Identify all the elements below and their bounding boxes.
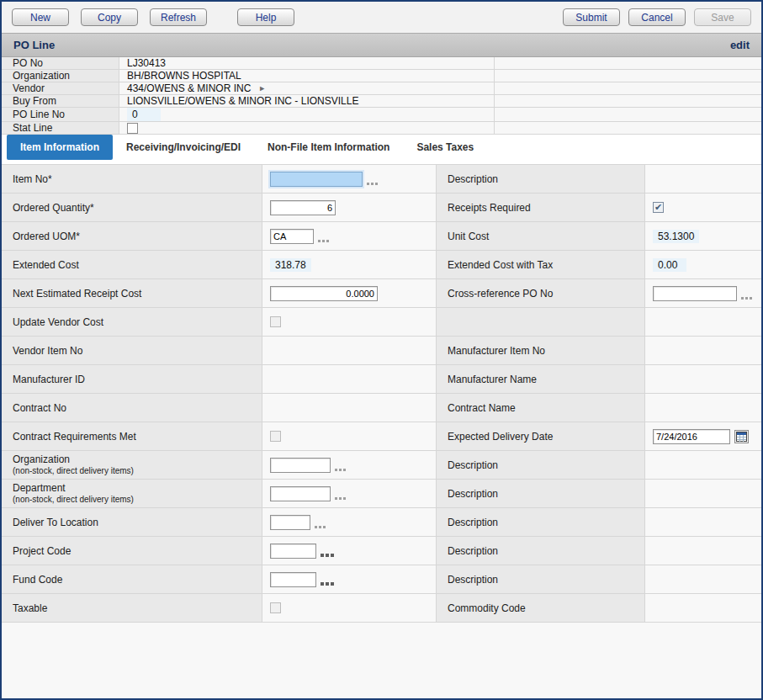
- form-row: Ordered UOM*Unit Cost53.1300: [2, 222, 761, 251]
- lookup-dots-icon[interactable]: [367, 183, 378, 185]
- extended-cost-value: 318.78: [270, 258, 311, 272]
- buy-from-value: LIONSVILLE/OWENS & MINOR INC - LIONSVILL…: [127, 95, 358, 107]
- calendar-icon[interactable]: [734, 430, 749, 443]
- commodity-code-field: [645, 594, 761, 622]
- lookup-dots-icon[interactable]: [335, 497, 346, 500]
- summary-row: Stat Line: [2, 122, 761, 135]
- manufacturer-item-no-field: [645, 337, 761, 364]
- ordered-uom-input[interactable]: [270, 229, 314, 244]
- description-label: Description: [437, 537, 645, 565]
- ordered-uom-input-group: [270, 229, 329, 244]
- cross-reference-po-no-field: [645, 279, 761, 307]
- lookup-dots-icon[interactable]: [321, 582, 334, 586]
- item-no-input-group: [270, 172, 378, 187]
- po-no-value: LJ30413: [127, 57, 166, 69]
- copy-button[interactable]: Copy: [81, 8, 138, 26]
- project-code-input[interactable]: [270, 544, 316, 559]
- form-row: Deliver To LocationDescription: [2, 508, 761, 537]
- organization-input-group: [270, 458, 346, 473]
- taxable-label: Taxable: [2, 594, 262, 622]
- toolbar: NewCopyRefreshHelp SubmitCancelSave: [2, 2, 761, 33]
- ordered-quantity-field: [262, 194, 437, 221]
- form-row: Contract Requirements MetExpected Delive…: [2, 422, 761, 451]
- update-vendor-cost-label: Update Vendor Cost: [2, 308, 262, 336]
- organization-label: Organization: [2, 70, 119, 82]
- stat-line-label: Stat Line: [2, 122, 119, 134]
- expected-delivery-date-label: Expected Delivery Date: [437, 422, 645, 450]
- form-row: Fund CodeDescription: [2, 565, 761, 594]
- contract-no-label: Contract No: [2, 394, 262, 422]
- deliver-to-location-input-group: [270, 515, 326, 530]
- cross-reference-po-no-input-group: [653, 286, 752, 301]
- lookup-dots-icon[interactable]: [741, 297, 752, 300]
- tab-sales-taxes[interactable]: Sales Taxes: [403, 135, 487, 160]
- update-vendor-cost-field: [262, 308, 437, 336]
- organization-value: BH/BROWNS HOSPITAL: [127, 70, 241, 82]
- cross-reference-po-no-input[interactable]: [653, 286, 737, 301]
- department-label-sub: (non-stock, direct delivery items): [13, 494, 134, 505]
- department-input[interactable]: [270, 486, 331, 501]
- stat-line-checkbox[interactable]: [127, 123, 138, 134]
- item-no-label: Item No*: [2, 165, 262, 193]
- summary-row-spacer: [495, 57, 761, 69]
- expected-delivery-date-field: [645, 422, 761, 450]
- manufacturer-name-field: [645, 365, 761, 393]
- contract-no-field: [262, 394, 437, 422]
- tab-item-information[interactable]: Item Information: [7, 135, 113, 160]
- submit-button[interactable]: Submit: [563, 8, 620, 26]
- lookup-dots-icon[interactable]: [318, 240, 329, 242]
- deliver-to-location-input[interactable]: [270, 515, 310, 530]
- ordered-quantity-input[interactable]: [270, 200, 336, 215]
- next-estimated-receipt-cost-input[interactable]: [270, 286, 378, 301]
- form-row: Department(non-stock, direct delivery it…: [2, 480, 761, 508]
- extended-cost-field: 318.78: [262, 251, 437, 278]
- form-row: Organization(non-stock, direct delivery …: [2, 451, 761, 480]
- expected-delivery-date-input[interactable]: [653, 429, 730, 444]
- item-no-input[interactable]: [270, 172, 363, 187]
- po-summary: PO NoLJ30413OrganizationBH/BROWNS HOSPIT…: [2, 57, 761, 135]
- ordered-uom-label: Ordered UOM*: [2, 222, 262, 250]
- description-field: [645, 451, 761, 479]
- unit-cost-field: 53.1300: [645, 222, 761, 250]
- vendor-drill-right-icon[interactable]: ►: [258, 84, 266, 93]
- form-row: Vendor Item NoManufacturer Item No: [2, 337, 761, 365]
- cancel-button[interactable]: Cancel: [628, 8, 686, 26]
- ordered-uom-field: [262, 222, 437, 250]
- fund-code-input[interactable]: [270, 572, 316, 587]
- stat-line-field: [119, 122, 495, 134]
- lookup-dots-icon[interactable]: [335, 469, 346, 471]
- po-no-label: PO No: [2, 57, 119, 69]
- refresh-button[interactable]: Refresh: [150, 8, 207, 26]
- description-field: [645, 165, 761, 193]
- item-no-field: [262, 165, 437, 193]
- summary-row: Vendor434/OWENS & MINOR INC►: [2, 82, 761, 95]
- summary-row-spacer: [495, 82, 761, 94]
- organization-label: Organization(non-stock, direct delivery …: [2, 451, 262, 479]
- buy-from-field: LIONSVILLE/OWENS & MINOR INC - LIONSVILL…: [119, 95, 495, 107]
- summary-row-spacer: [495, 70, 761, 82]
- lookup-dots-icon[interactable]: [315, 526, 326, 528]
- description-label: Description: [437, 480, 645, 507]
- item-information-form: Item No*DescriptionOrdered Quantity*Rece…: [2, 164, 761, 698]
- organization-input[interactable]: [270, 458, 331, 473]
- help-button[interactable]: Help: [237, 8, 294, 26]
- edit-link[interactable]: edit: [730, 39, 750, 51]
- po-line-window: NewCopyRefreshHelp SubmitCancelSave PO L…: [0, 0, 763, 700]
- contract-requirements-met-checkbox: [270, 431, 281, 442]
- form-row: Update Vendor Cost: [2, 308, 761, 337]
- tab-receiving-invoicing-edi[interactable]: Receiving/Invoicing/EDI: [113, 135, 254, 160]
- lookup-dots-icon[interactable]: [321, 554, 334, 557]
- cross-reference-po-no-label: Cross-reference PO No: [437, 279, 645, 307]
- tab-non-file-item-information[interactable]: Non-File Item Information: [254, 135, 403, 160]
- update-vendor-cost-checkbox: [270, 316, 281, 327]
- department-label: Department(non-stock, direct delivery it…: [2, 480, 262, 507]
- next-estimated-receipt-cost-field: [262, 279, 437, 307]
- form-row: Extended Cost318.78Extended Cost with Ta…: [2, 251, 761, 279]
- tab-bar: Item InformationReceiving/Invoicing/EDIN…: [2, 135, 761, 164]
- po-line-no-field: 0: [119, 108, 495, 121]
- new-button[interactable]: New: [12, 8, 69, 26]
- project-code-input-group: [270, 544, 334, 559]
- description-label: Description: [437, 508, 645, 536]
- vendor-item-no-field: [262, 337, 437, 364]
- vendor-field: 434/OWENS & MINOR INC►: [119, 82, 495, 94]
